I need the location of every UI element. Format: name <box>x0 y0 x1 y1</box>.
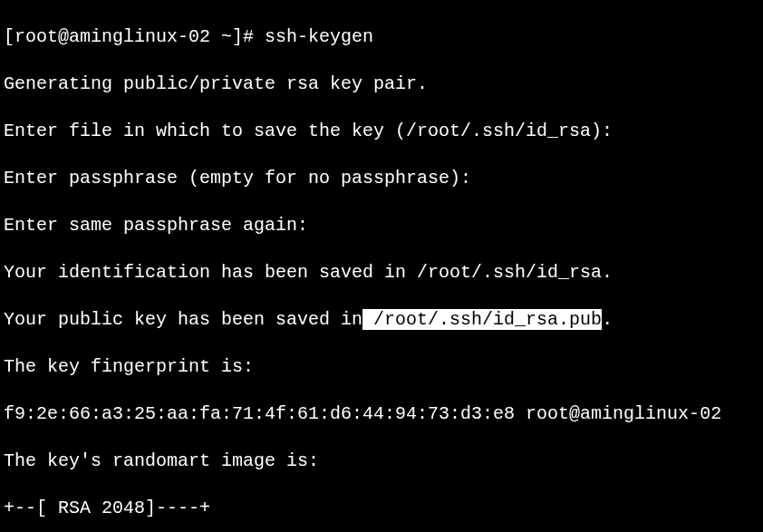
output-text: . <box>602 309 613 330</box>
terminal-output[interactable]: [root@aminglinux-02 ~]# ssh-keygen Gener… <box>4 2 759 532</box>
fingerprint-line: f9:2e:66:a3:25:aa:fa:71:4f:61:d6:44:94:7… <box>4 402 759 426</box>
output-text: Your public key has been saved in <box>4 309 362 330</box>
output-line: Generating public/private rsa key pair. <box>4 73 759 96</box>
randomart-line: +--[ RSA 2048]----+ <box>4 497 759 520</box>
output-line: The key fingerprint is: <box>4 355 759 379</box>
output-line: Enter same passphrase again: <box>4 214 759 237</box>
shell-prompt: [root@aminglinux-02 ~]# <box>4 26 265 47</box>
output-line: The key's randomart image is: <box>4 450 759 473</box>
output-line: Your identification has been saved in /r… <box>4 261 759 285</box>
output-line: Enter file in which to save the key (/ro… <box>4 120 759 143</box>
command-text: ssh-keygen <box>265 26 373 47</box>
output-line: Enter passphrase (empty for no passphras… <box>4 167 759 190</box>
output-line: Your public key has been saved in /root/… <box>4 308 759 332</box>
highlighted-path: /root/.ssh/id_rsa.pub <box>362 309 602 330</box>
